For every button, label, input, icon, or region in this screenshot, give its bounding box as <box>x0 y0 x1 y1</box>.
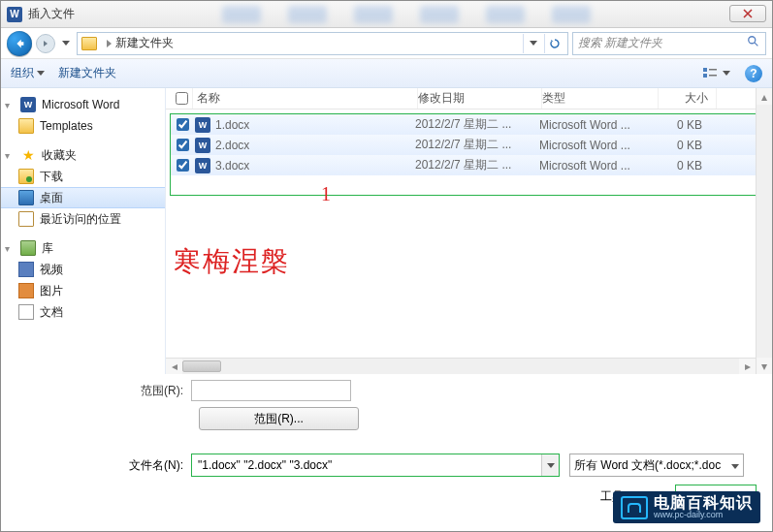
close-button[interactable] <box>729 5 766 22</box>
sidebar-item-recent[interactable]: 最近访问的位置 <box>1 208 165 230</box>
scroll-up-arrow-icon[interactable]: ▴ <box>757 88 772 105</box>
address-bar[interactable]: 新建文件夹 <box>77 32 568 55</box>
file-date: 2012/2/7 星期二 ... <box>415 137 539 153</box>
file-row[interactable]: W 3.docx 2012/2/7 星期二 ... Microsoft Word… <box>171 155 763 175</box>
annotation-watermark-text: 寒梅涅槃 <box>174 243 290 280</box>
word-doc-icon: W <box>195 117 210 133</box>
toolbar: 组织 新建文件夹 ? <box>1 59 772 88</box>
svg-rect-2 <box>703 74 707 78</box>
close-icon <box>743 9 753 18</box>
vertical-scrollbar[interactable]: ▴ ▾ <box>756 88 772 374</box>
word-doc-icon: W <box>195 158 210 173</box>
expand-icon: ▾ <box>5 150 15 161</box>
horizontal-scrollbar[interactable]: ◂ ▸ <box>166 358 756 374</box>
file-checkbox[interactable] <box>177 159 189 172</box>
chevron-down-icon <box>37 71 45 76</box>
search-icon <box>747 35 760 51</box>
scroll-down-arrow-icon[interactable]: ▾ <box>757 358 772 374</box>
view-list-icon <box>702 67 718 80</box>
downloads-icon <box>18 169 34 184</box>
scroll-left-arrow-icon[interactable]: ◂ <box>166 359 182 374</box>
word-doc-icon: W <box>195 138 210 153</box>
scroll-right-arrow-icon[interactable]: ▸ <box>739 359 756 374</box>
filename-combobox[interactable] <box>191 454 560 477</box>
sidebar-item-label: 文档 <box>40 304 63 321</box>
library-icon <box>20 240 36 256</box>
expand-icon: ▾ <box>5 100 15 110</box>
file-date: 2012/2/7 星期二 ... <box>415 157 539 173</box>
svg-rect-1 <box>703 68 707 72</box>
search-box[interactable]: 搜索 新建文件夹 <box>572 32 766 55</box>
organize-label: 组织 <box>11 65 34 81</box>
folder-icon <box>18 118 34 134</box>
range-button[interactable]: 范围(R)... <box>199 407 359 430</box>
file-size: 0 KB <box>656 159 710 172</box>
sidebar-item-videos[interactable]: 视频 <box>1 259 165 280</box>
search-placeholder: 搜索 新建文件夹 <box>578 35 747 51</box>
sidebar-item-favorites[interactable]: ▾ ★ 收藏夹 <box>1 144 165 166</box>
breadcrumb-current[interactable]: 新建文件夹 <box>115 35 174 51</box>
sidebar-item-label: 库 <box>42 240 53 257</box>
chevron-down-icon <box>723 71 730 76</box>
file-row[interactable]: W 2.docx 2012/2/7 星期二 ... Microsoft Word… <box>171 135 763 155</box>
file-size: 0 KB <box>656 139 710 152</box>
folder-icon <box>81 37 97 50</box>
column-headers: 名称 修改日期 类型 大小 <box>166 88 772 110</box>
video-icon <box>18 262 34 277</box>
column-header-type[interactable]: 类型 <box>542 88 659 109</box>
dialog-body: ▾ W Microsoft Word Templates ▾ ★ 收藏夹 下载 <box>1 88 772 374</box>
filename-input[interactable] <box>192 454 541 476</box>
arrow-right-icon <box>41 39 50 48</box>
filename-dropdown-button[interactable] <box>541 454 559 476</box>
sidebar-item-libraries[interactable]: ▾ 库 <box>1 237 165 259</box>
filename-label: 文件名(N): <box>16 457 191 474</box>
new-folder-button[interactable]: 新建文件夹 <box>58 65 116 81</box>
sidebar-item-label: 桌面 <box>40 190 63 206</box>
sidebar-item-documents[interactable]: 文档 <box>1 301 165 323</box>
window-title: 插入文件 <box>28 6 75 22</box>
refresh-button[interactable] <box>544 34 564 53</box>
view-mode-button[interactable] <box>695 64 737 83</box>
sidebar-item-downloads[interactable]: 下载 <box>1 166 165 187</box>
column-header-date[interactable]: 修改日期 <box>418 88 542 109</box>
select-all-checkbox[interactable] <box>170 88 193 109</box>
background-blur-deco <box>127 1 685 27</box>
chevron-down-icon <box>731 464 739 469</box>
column-header-size[interactable]: 大小 <box>659 88 717 109</box>
file-checkbox[interactable] <box>177 139 189 151</box>
nav-history-dropdown[interactable] <box>59 41 73 46</box>
filetype-value: 所有 Word 文档(*.docx;*.doc <box>574 457 721 474</box>
word-app-icon: W <box>7 7 22 22</box>
filetype-select[interactable]: 所有 Word 文档(*.docx;*.doc <box>569 454 744 477</box>
sidebar-item-label: 视频 <box>40 262 63 278</box>
nav-back-button[interactable] <box>7 31 32 56</box>
scrollbar-thumb[interactable] <box>182 360 221 372</box>
column-header-name[interactable]: 名称 <box>193 88 418 109</box>
watermark-logo-icon <box>621 496 648 519</box>
help-button[interactable]: ? <box>745 65 762 82</box>
file-checkbox[interactable] <box>177 118 189 131</box>
address-dropdown-button[interactable] <box>523 34 542 53</box>
file-type: Microsoft Word ... <box>539 139 656 152</box>
organize-menu[interactable]: 组织 <box>11 65 45 81</box>
sidebar-item-pictures[interactable]: 图片 <box>1 280 165 301</box>
svg-rect-4 <box>709 75 717 77</box>
sidebar-item-label: Templates <box>40 119 93 133</box>
file-row[interactable]: W 1.docx 2012/2/7 星期二 ... Microsoft Word… <box>171 114 763 135</box>
nav-forward-button[interactable] <box>36 34 55 53</box>
range-input[interactable] <box>191 380 351 401</box>
sidebar-item-word[interactable]: ▾ W Microsoft Word <box>1 94 165 115</box>
sidebar-item-label: 最近访问的位置 <box>40 211 121 228</box>
star-icon: ★ <box>20 147 36 163</box>
sidebar-item-desktop[interactable]: 桌面 <box>1 187 165 208</box>
sidebar-item-templates[interactable]: Templates <box>1 115 165 137</box>
bottom-form: 范围(R): 范围(R)... 文件名(N): 所有 Word 文档(*.doc… <box>1 374 772 477</box>
filename-row: 文件名(N): 所有 Word 文档(*.docx;*.doc <box>16 454 757 477</box>
file-name: 2.docx <box>215 139 415 152</box>
picture-icon <box>18 283 34 298</box>
dialog-window: W 插入文件 新建文件夹 搜索 新建文件 <box>0 0 773 532</box>
range-row: 范围(R): <box>16 380 757 401</box>
svg-rect-3 <box>709 69 717 71</box>
sidebar: ▾ W Microsoft Word Templates ▾ ★ 收藏夹 下载 <box>1 88 166 374</box>
navigation-bar: 新建文件夹 搜索 新建文件夹 <box>1 28 772 59</box>
